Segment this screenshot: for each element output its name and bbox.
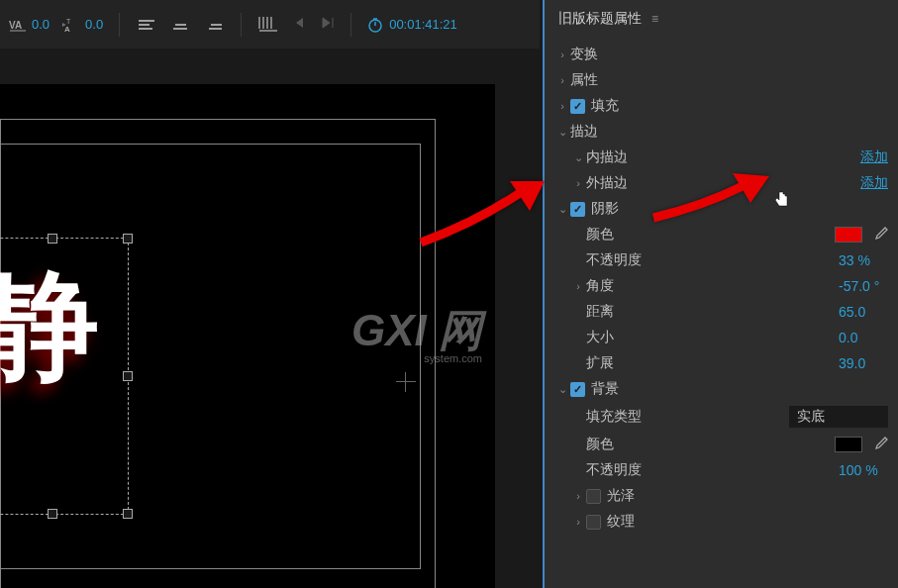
center-cross-h	[396, 381, 416, 382]
background-section[interactable]: ⌄ ✓ 背景	[545, 376, 898, 402]
outer-stroke-row[interactable]: › 外描边 添加	[545, 170, 898, 196]
tracking-group[interactable]: TA 0.0	[61, 15, 103, 35]
align-right-icon[interactable]	[203, 14, 225, 36]
properties-section[interactable]: › 属性	[545, 67, 898, 93]
opacity-label: 不透明度	[586, 251, 839, 269]
angle-label: 角度	[586, 277, 839, 295]
add-inner-stroke-link[interactable]: 添加	[860, 148, 888, 166]
chevron-right-icon[interactable]: ›	[554, 74, 570, 86]
bg-opacity-row: 不透明度 100 %	[545, 457, 898, 483]
shadow-label: 阴影	[591, 200, 888, 218]
kerning-icon: VA	[8, 15, 28, 35]
size-value[interactable]: 0.0	[839, 330, 888, 345]
shadow-checkbox[interactable]: ✓	[570, 202, 585, 217]
fill-type-row: 填充类型 实底	[545, 402, 898, 432]
chevron-right-icon[interactable]: ›	[554, 49, 570, 60]
bg-opacity-label: 不透明度	[586, 461, 839, 479]
transform-label: 变换	[570, 46, 888, 63]
kerning-value[interactable]: 0.0	[32, 17, 50, 32]
texture-row[interactable]: › 纹理	[545, 509, 898, 535]
divider	[241, 13, 242, 37]
fill-type-select[interactable]: 实底	[789, 406, 888, 428]
handle-top-mid[interactable]	[48, 234, 57, 244]
background-label: 背景	[591, 380, 888, 398]
chevron-right-icon[interactable]: ›	[570, 177, 586, 189]
shadow-distance-row: 距离 65.0	[545, 299, 898, 325]
bg-color-label: 颜色	[586, 436, 835, 453]
spread-label: 扩展	[586, 354, 839, 372]
bg-opacity-value[interactable]: 100 %	[839, 462, 888, 478]
inner-stroke-row[interactable]: ⌄ 内描边 添加	[545, 145, 898, 170]
handle-bottom-right[interactable]	[123, 509, 133, 519]
bg-color-swatch[interactable]	[835, 437, 862, 452]
shadow-section[interactable]: ⌄ ✓ 阴影	[545, 196, 898, 222]
svg-text:A: A	[64, 25, 70, 33]
shadow-angle-row: › 角度 -57.0 °	[545, 273, 898, 299]
texture-label: 纹理	[607, 513, 888, 531]
canvas-panel: VA 0.0 TA 0.0	[0, 0, 540, 588]
cursor-icon	[773, 190, 791, 211]
toolbar: VA 0.0 TA 0.0	[0, 0, 540, 49]
chevron-right-icon[interactable]: ›	[570, 516, 586, 528]
shadow-color-swatch[interactable]	[835, 227, 862, 243]
chevron-down-icon[interactable]: ⌄	[554, 383, 570, 396]
chevron-down-icon[interactable]: ⌄	[570, 151, 586, 164]
color-label: 颜色	[586, 226, 835, 244]
distance-label: 距离	[586, 303, 839, 321]
properties-panel: 旧版标题属性 ≡ › 变换 › 属性 › ✓ 填充 ⌄ 描边 ⌄	[543, 0, 898, 588]
kerning-group[interactable]: VA 0.0	[8, 15, 50, 35]
selection-box[interactable]	[0, 238, 129, 515]
sheen-row[interactable]: › 光泽	[545, 483, 898, 509]
properties-label: 属性	[570, 71, 888, 89]
divider	[119, 13, 120, 37]
chevron-down-icon[interactable]: ⌄	[554, 126, 570, 139]
handle-bottom-mid[interactable]	[48, 509, 57, 519]
background-checkbox[interactable]: ✓	[570, 382, 585, 397]
fill-checkbox[interactable]: ✓	[570, 99, 585, 114]
inner-stroke-label: 内描边	[586, 148, 860, 166]
sheen-checkbox[interactable]	[586, 489, 601, 504]
divider	[350, 13, 351, 37]
bg-color-row: 颜色	[545, 432, 898, 457]
panel-header: 旧版标题属性 ≡	[545, 0, 898, 38]
spread-value[interactable]: 39.0	[839, 355, 888, 371]
distance-value[interactable]: 65.0	[839, 304, 888, 320]
chevron-right-icon[interactable]: ›	[570, 490, 586, 502]
tab-stops-icon[interactable]	[257, 15, 279, 35]
tracking-value[interactable]: 0.0	[85, 17, 103, 32]
shadow-color-row: 颜色	[545, 222, 898, 247]
align-left-icon[interactable]	[136, 14, 157, 36]
fill-section[interactable]: › ✓ 填充	[545, 93, 898, 119]
stroke-section[interactable]: ⌄ 描边	[545, 119, 898, 145]
next-arrow-icon[interactable]	[319, 16, 335, 34]
texture-checkbox[interactable]	[586, 515, 601, 530]
chevron-right-icon[interactable]: ›	[554, 100, 570, 112]
align-center-icon[interactable]	[169, 14, 191, 36]
center-cross-v	[405, 372, 406, 392]
canvas-area[interactable]: 静 GXI 网 system.com	[0, 49, 540, 588]
prev-arrow-icon[interactable]	[291, 16, 307, 34]
panel-menu-icon[interactable]: ≡	[651, 12, 658, 26]
chevron-right-icon[interactable]: ›	[570, 280, 586, 292]
svg-text:VA: VA	[9, 20, 22, 31]
eyedropper-icon[interactable]	[874, 437, 888, 453]
stopwatch-icon	[367, 17, 383, 33]
stroke-label: 描边	[570, 123, 888, 141]
opacity-value[interactable]: 33 %	[839, 252, 888, 268]
outer-stroke-label: 外描边	[586, 174, 860, 192]
svg-text:T: T	[66, 18, 71, 25]
eyedropper-icon[interactable]	[874, 227, 888, 244]
angle-value[interactable]: -57.0 °	[839, 278, 888, 294]
sheen-label: 光泽	[607, 487, 888, 505]
timecode-value[interactable]: 00:01:41:21	[389, 17, 457, 32]
handle-mid-right[interactable]	[123, 371, 133, 381]
timecode-group[interactable]: 00:01:41:21	[367, 17, 457, 33]
tracking-icon: TA	[61, 15, 81, 35]
properties-list: › 变换 › 属性 › ✓ 填充 ⌄ 描边 ⌄ 内描边 添加 ›	[545, 38, 898, 539]
shadow-opacity-row: 不透明度 33 %	[545, 247, 898, 273]
transform-section[interactable]: › 变换	[545, 42, 898, 67]
size-label: 大小	[586, 329, 839, 346]
handle-top-right[interactable]	[123, 234, 133, 244]
chevron-down-icon[interactable]: ⌄	[554, 203, 570, 216]
add-outer-stroke-link[interactable]: 添加	[860, 174, 888, 192]
